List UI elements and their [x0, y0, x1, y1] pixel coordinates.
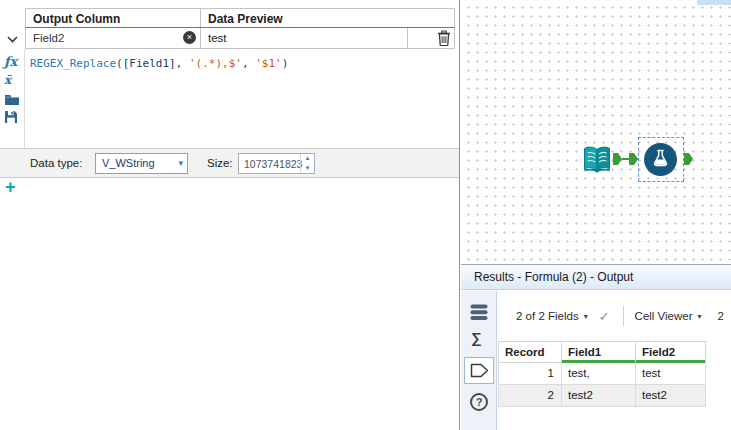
canvas-scroll-corner — [697, 0, 731, 5]
toolbar-truncated-text: 2 — [718, 310, 724, 322]
expression-string-token: '$1' — [255, 57, 282, 70]
spin-up-icon[interactable]: ▲ — [301, 154, 314, 164]
field2-cell[interactable]: test — [636, 363, 706, 385]
data-type-select[interactable]: V_WString ▾ — [95, 153, 188, 174]
size-input[interactable]: 1073741823 ▲ ▼ — [238, 153, 315, 174]
results-icon-strip: ∑ ? — [461, 291, 497, 430]
table-rows-icon[interactable] — [470, 304, 488, 324]
expression-plain-token: ) — [282, 57, 289, 70]
constants-icon[interactable] — [4, 93, 20, 109]
clear-field-icon[interactable]: × — [183, 31, 196, 44]
data-type-bar: Data type: V_WString ▾ Size: 1073741823 … — [0, 148, 459, 178]
delete-expression-icon[interactable] — [437, 30, 451, 46]
panel-divider[interactable] — [459, 0, 460, 430]
caret-down-icon[interactable]: ▾ — [698, 312, 702, 321]
data-preview-value: test — [201, 28, 408, 48]
table-row: 2 test2 test2 — [498, 385, 706, 407]
expression-string-token: '(.*),$' — [189, 57, 242, 70]
column-header-field2[interactable]: Field2 — [636, 342, 706, 363]
input-data-tool[interactable] — [582, 144, 612, 176]
output-field-row: Field2 × test — [25, 28, 455, 49]
output-column-header: Output Column — [26, 9, 201, 27]
formula-config-panel: Output Column Data Preview Field2 × test — [0, 0, 459, 430]
data-quality-bar — [562, 360, 635, 363]
record-number-cell[interactable]: 2 — [498, 385, 562, 407]
metadata-view-button[interactable] — [464, 357, 494, 384]
toolbar-separator — [623, 306, 624, 326]
results-body: ∑ ? 2 of 2 Fields ▾ ✓ Cell Viewer ▾ 2 Re… — [461, 291, 731, 430]
output-column-value: Field2 — [33, 32, 64, 44]
expression-function-token: REGEX_Replace — [30, 57, 116, 70]
formula-tool[interactable] — [644, 143, 677, 176]
column-header-record[interactable]: Record — [498, 342, 562, 363]
expression-grid-header: Output Column Data Preview — [25, 8, 455, 28]
output-column-input[interactable]: Field2 × — [26, 28, 201, 48]
field1-cell[interactable]: test2 — [562, 385, 636, 407]
size-spinner[interactable]: ▲ ▼ — [300, 154, 314, 173]
header-label: Field1 — [568, 346, 601, 358]
help-icon[interactable]: ? — [470, 393, 488, 411]
alteryx-designer-window: Output Column Data Preview Field2 × test — [0, 0, 731, 430]
field2-cell[interactable]: test2 — [636, 385, 706, 407]
expression-collapse-chevron-icon[interactable] — [3, 31, 21, 47]
formula-tool-input-anchor[interactable] — [629, 153, 638, 165]
fields-dropdown[interactable]: 2 of 2 Fields — [516, 310, 579, 322]
expression-editor[interactable]: REGEX_Replace([Field1], '(.*),$', '$1') — [26, 49, 455, 148]
header-label: Record — [505, 346, 545, 358]
table-row: 1 test, test — [498, 363, 706, 385]
data-type-label: Data type: — [30, 157, 82, 169]
caret-down-icon[interactable]: ▾ — [584, 312, 588, 321]
record-number-cell[interactable]: 1 — [498, 363, 562, 385]
cell-viewer-dropdown[interactable]: Cell Viewer — [635, 310, 693, 322]
caret-down-icon: ▾ — [178, 158, 183, 168]
results-title: Results - Formula (2) - Output — [461, 265, 731, 290]
input-tool-output-anchor[interactable] — [613, 153, 622, 165]
tag-icon — [471, 365, 487, 377]
data-type-value: V_WString — [102, 157, 155, 169]
functions-icon[interactable]: ƒx — [4, 54, 17, 69]
variables-icon[interactable]: x̄ — [4, 73, 11, 87]
results-panel: Results - Formula (2) - Output ∑ ? 2 of — [461, 264, 731, 430]
spin-down-icon[interactable]: ▼ — [301, 164, 314, 174]
expression-plain-token: ([Field1], — [116, 57, 189, 70]
gutter-divider — [24, 49, 25, 148]
flask-icon — [651, 149, 670, 171]
add-expression-button[interactable]: + — [5, 178, 16, 196]
data-quality-bar — [636, 360, 705, 363]
formula-tool-output-anchor[interactable] — [684, 153, 693, 165]
workflow-canvas[interactable] — [461, 0, 731, 264]
check-icon[interactable]: ✓ — [599, 309, 610, 324]
column-header-field1[interactable]: Field1 — [562, 342, 636, 363]
header-label: Field2 — [642, 346, 675, 358]
saved-expressions-icon[interactable] — [4, 110, 18, 127]
results-table-header: Record Field1 Field2 — [498, 341, 706, 363]
results-toolbar: 2 of 2 Fields ▾ ✓ Cell Viewer ▾ 2 — [498, 297, 731, 335]
sigma-icon[interactable]: ∑ — [471, 329, 482, 346]
size-label: Size: — [207, 157, 233, 169]
data-preview-header: Data Preview — [201, 9, 454, 27]
results-table: Record Field1 Field2 1 test, test — [498, 341, 706, 407]
expression-plain-token: , — [242, 57, 255, 70]
field1-cell[interactable]: test, — [562, 363, 636, 385]
size-value: 1073741823 — [244, 158, 302, 170]
